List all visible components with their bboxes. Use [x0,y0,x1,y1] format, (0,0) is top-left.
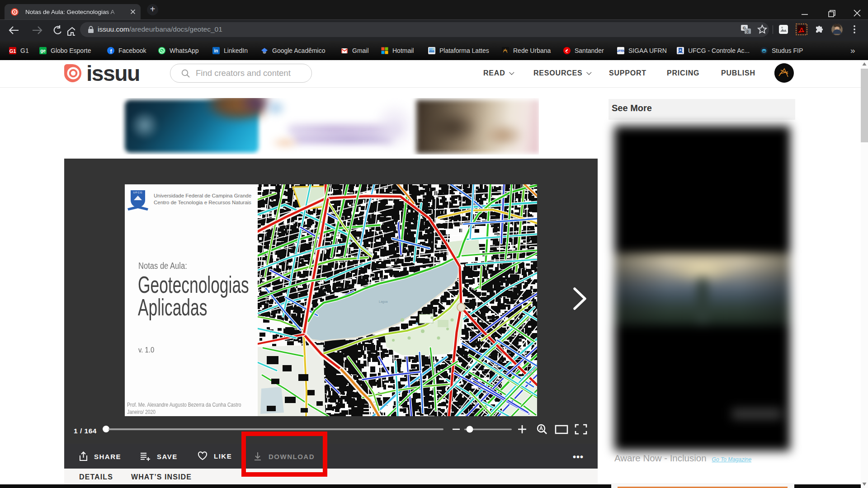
svg-text:G1: G1 [9,48,16,53]
svg-text:in: in [214,48,218,53]
svg-text:Lagoa: Lagoa [379,300,388,304]
svg-text:ge: ge [40,48,46,53]
svg-text:issuu: issuu [86,64,140,83]
svg-text:UFCG: UFCG [133,191,143,194]
svg-text:文: 文 [746,29,750,34]
svg-text:UFRN: UFRN [617,49,624,52]
